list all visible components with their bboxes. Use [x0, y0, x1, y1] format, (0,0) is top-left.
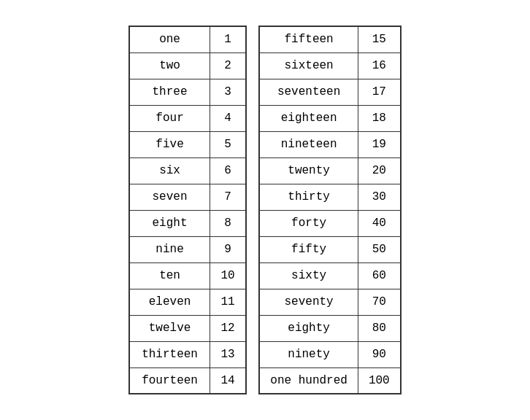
table-row: five5 [129, 131, 246, 158]
table-row: one hundred100 [259, 368, 400, 394]
number-cell: 100 [358, 368, 400, 394]
word-cell: eight [129, 210, 210, 236]
table-row: two2 [129, 52, 246, 79]
table-row: fifteen15 [259, 26, 400, 52]
table-row: six6 [129, 158, 246, 184]
word-cell: sixty [259, 262, 358, 289]
number-cell: 13 [210, 341, 246, 368]
word-cell: forty [259, 210, 358, 236]
table-row: fourteen14 [129, 368, 246, 394]
word-cell: thirty [259, 184, 358, 210]
word-cell: two [129, 52, 210, 79]
table-row: eleven11 [129, 289, 246, 315]
number-cell: 14 [210, 368, 246, 394]
word-cell: three [129, 79, 210, 105]
word-cell: eighty [259, 315, 358, 341]
number-cell: 30 [358, 184, 400, 210]
table-row: three3 [129, 79, 246, 105]
tables-container: one1two2three3four4five5six6seven7eight8… [114, 11, 415, 409]
number-cell: 7 [210, 184, 246, 210]
number-cell: 15 [358, 26, 400, 52]
word-cell: ninety [259, 341, 358, 368]
word-cell: sixteen [259, 52, 358, 79]
number-cell: 70 [358, 289, 400, 315]
number-cell: 19 [358, 131, 400, 158]
number-cell: 90 [358, 341, 400, 368]
table-row: ten10 [129, 262, 246, 289]
number-cell: 5 [210, 131, 246, 158]
word-cell: thirteen [129, 341, 210, 368]
table-row: four4 [129, 105, 246, 131]
word-cell: fifty [259, 236, 358, 262]
table-row: seven7 [129, 184, 246, 210]
word-cell: seventy [259, 289, 358, 315]
number-cell: 40 [358, 210, 400, 236]
word-cell: twelve [129, 315, 210, 341]
word-cell: nineteen [259, 131, 358, 158]
word-cell: seventeen [259, 79, 358, 105]
number-cell: 18 [358, 105, 400, 131]
word-cell: six [129, 158, 210, 184]
table-row: eight8 [129, 210, 246, 236]
table-row: eighteen18 [259, 105, 400, 131]
word-cell: five [129, 131, 210, 158]
number-cell: 12 [210, 315, 246, 341]
word-cell: ten [129, 262, 210, 289]
table-row: thirteen13 [129, 341, 246, 368]
word-cell: twenty [259, 158, 358, 184]
word-cell: one hundred [259, 368, 358, 394]
number-cell: 60 [358, 262, 400, 289]
number-cell: 9 [210, 236, 246, 262]
number-cell: 3 [210, 79, 246, 105]
table-row: twelve12 [129, 315, 246, 341]
table-row: ninety90 [259, 341, 400, 368]
number-cell: 4 [210, 105, 246, 131]
number-cell: 8 [210, 210, 246, 236]
number-cell: 6 [210, 158, 246, 184]
number-cell: 20 [358, 158, 400, 184]
table-row: twenty20 [259, 158, 400, 184]
left-table: one1two2three3four4five5six6seven7eight8… [128, 26, 247, 394]
number-cell: 16 [358, 52, 400, 79]
word-cell: seven [129, 184, 210, 210]
table-row: sixty60 [259, 262, 400, 289]
word-cell: eighteen [259, 105, 358, 131]
number-cell: 17 [358, 79, 400, 105]
number-cell: 10 [210, 262, 246, 289]
word-cell: fifteen [259, 26, 358, 52]
word-cell: fourteen [129, 368, 210, 394]
table-row: seventeen17 [259, 79, 400, 105]
table-row: thirty30 [259, 184, 400, 210]
table-row: sixteen16 [259, 52, 400, 79]
table-row: nine9 [129, 236, 246, 262]
table-row: forty40 [259, 210, 400, 236]
table-row: seventy70 [259, 289, 400, 315]
number-cell: 1 [210, 26, 246, 52]
table-row: eighty80 [259, 315, 400, 341]
table-row: nineteen19 [259, 131, 400, 158]
number-cell: 11 [210, 289, 246, 315]
word-cell: nine [129, 236, 210, 262]
number-cell: 50 [358, 236, 400, 262]
word-cell: eleven [129, 289, 210, 315]
table-row: one1 [129, 26, 246, 52]
word-cell: one [129, 26, 210, 52]
right-table: fifteen15sixteen16seventeen17eighteen18n… [258, 26, 401, 394]
table-row: fifty50 [259, 236, 400, 262]
word-cell: four [129, 105, 210, 131]
number-cell: 2 [210, 52, 246, 79]
number-cell: 80 [358, 315, 400, 341]
